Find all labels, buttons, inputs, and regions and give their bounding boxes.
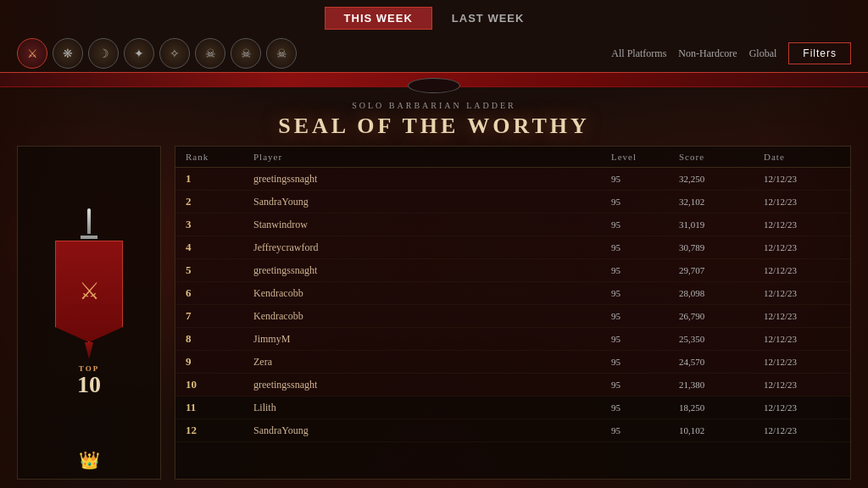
level-cell: 95 — [611, 357, 679, 367]
player-cell: Kendracobb — [253, 287, 611, 300]
tab-last-week[interactable]: LAST WEEK — [432, 7, 544, 30]
rank-cell: 1 — [186, 172, 253, 186]
table-row[interactable]: 9 Zera 95 24,570 12/12/23 — [175, 351, 850, 374]
player-cell: greetingssnaght — [253, 379, 611, 391]
sword-icon — [87, 208, 91, 234]
leaderboard-panel: Rank Player Level Score Date 1 greetings… — [175, 146, 851, 480]
filters-button[interactable]: Filters — [788, 42, 851, 64]
icons-row: ⚔ ❋ ☽ ✦ ✧ ☠ ☠ ☠ All Platforms Non-Hardco… — [0, 35, 868, 72]
scope-label: Global — [749, 47, 777, 60]
table-row[interactable]: 12 SandraYoung 95 10,102 12/12/23 — [175, 419, 850, 442]
top-number: 10 — [77, 373, 101, 396]
class-icon-rogue[interactable]: ✦ — [124, 38, 154, 69]
table-row[interactable]: 3 Stanwindrow 95 31,019 12/12/23 — [175, 214, 850, 236]
level-cell: 95 — [611, 219, 679, 230]
table-header: Rank Player Level Score Date — [175, 147, 850, 168]
platform-label: All Platforms — [611, 47, 666, 60]
date-cell: 12/12/23 — [764, 265, 840, 275]
crossguard-icon — [81, 236, 97, 239]
filter-area: All Platforms Non-Hardcore Global Filter… — [611, 42, 851, 64]
class-icon-necromancer[interactable]: ☽ — [88, 38, 119, 69]
player-cell: JimmyM — [253, 333, 611, 346]
banner-emblem: ⚔ — [79, 280, 100, 303]
header-date: Date — [764, 152, 840, 162]
table-row[interactable]: 10 greetingssnaght 95 21,380 12/12/23 — [175, 374, 850, 396]
date-cell: 12/12/23 — [764, 334, 840, 344]
score-cell: 21,380 — [679, 380, 764, 390]
level-cell: 95 — [611, 311, 679, 321]
banner-art: ⚔ TOP 10 — [55, 155, 123, 450]
level-cell: 95 — [611, 288, 679, 298]
player-cell: Zera — [253, 356, 611, 369]
class-icon-druid[interactable]: ❋ — [53, 38, 83, 69]
class-icon-skull1[interactable]: ☠ — [195, 38, 225, 69]
player-cell: greetingssnaght — [253, 264, 611, 277]
table-body[interactable]: 1 greetingssnaght 95 32,250 12/12/23 2 S… — [175, 168, 850, 479]
rank-cell: 12 — [186, 424, 253, 437]
score-cell: 29,707 — [679, 265, 764, 275]
crown-icon: 👑 — [79, 450, 100, 470]
date-cell: 12/12/23 — [764, 174, 840, 184]
score-cell: 32,102 — [679, 197, 764, 207]
trophy-panel: ⚔ TOP 10 👑 — [17, 146, 161, 480]
rank-cell: 3 — [186, 218, 253, 231]
score-cell: 24,570 — [679, 357, 764, 367]
tab-this-week[interactable]: THIS WEEK — [325, 7, 432, 30]
player-cell: Kendracobb — [253, 310, 611, 323]
date-cell: 12/12/23 — [764, 197, 840, 207]
table-row[interactable]: 5 greetingssnaght 95 29,707 12/12/23 — [175, 259, 850, 282]
player-cell: greetingssnaght — [253, 173, 611, 186]
class-icon-skull3[interactable]: ☠ — [266, 38, 297, 69]
table-row[interactable]: 11 Lilith 95 18,250 12/12/23 — [175, 396, 850, 419]
mode-label: Non-Hardcore — [678, 47, 737, 60]
tabs-row: THIS WEEK LAST WEEK — [0, 0, 868, 35]
header-rank: Rank — [186, 152, 253, 162]
score-cell: 18,250 — [679, 402, 764, 413]
table-row[interactable]: 8 JimmyM 95 25,350 12/12/23 — [175, 328, 850, 351]
player-cell: Jeffreycrawford — [253, 241, 611, 254]
ladder-title-area: Solo Barbarian Ladder SEAL OF THE WORTHY — [0, 87, 868, 146]
table-row[interactable]: 7 Kendracobb 95 26,790 12/12/23 — [175, 305, 850, 328]
table-row[interactable]: 4 Jeffreycrawford 95 30,789 12/12/23 — [175, 236, 850, 259]
table-row[interactable]: 2 SandraYoung 95 32,102 12/12/23 — [175, 191, 850, 214]
header-player: Player — [253, 152, 611, 162]
header-score: Score — [679, 152, 764, 162]
class-icon-barbarian[interactable]: ⚔ — [17, 38, 47, 69]
player-cell: SandraYoung — [253, 196, 611, 208]
score-cell: 28,098 — [679, 288, 764, 298]
date-cell: 12/12/23 — [764, 357, 840, 367]
header-level: Level — [611, 152, 679, 162]
level-cell: 95 — [611, 174, 679, 184]
score-cell: 10,102 — [679, 425, 764, 435]
score-cell: 30,789 — [679, 242, 764, 252]
content-area: ⚔ TOP 10 👑 Rank Player Level Score Date — [0, 146, 868, 488]
rank-cell: 2 — [186, 195, 253, 208]
level-cell: 95 — [611, 380, 679, 390]
player-cell: Lilith — [253, 402, 611, 414]
date-cell: 12/12/23 — [764, 219, 840, 230]
class-icon-sorcerer[interactable]: ✧ — [159, 38, 190, 69]
level-cell: 95 — [611, 402, 679, 413]
score-cell: 25,350 — [679, 334, 764, 344]
level-cell: 95 — [611, 242, 679, 252]
main-container: THIS WEEK LAST WEEK ⚔ ❋ ☽ ✦ ✧ ☠ ☠ ☠ All … — [0, 0, 868, 488]
date-cell: 12/12/23 — [764, 425, 840, 435]
rank-cell: 7 — [186, 309, 253, 323]
rank-cell: 8 — [186, 332, 253, 346]
date-cell: 12/12/23 — [764, 288, 840, 298]
date-cell: 12/12/23 — [764, 402, 840, 413]
rank-cell: 10 — [186, 378, 253, 391]
score-cell: 32,250 — [679, 174, 764, 184]
ladder-subtitle: Solo Barbarian Ladder — [0, 101, 868, 110]
class-icon-skull2[interactable]: ☠ — [231, 38, 261, 69]
table-row[interactable]: 6 Kendracobb 95 28,098 12/12/23 — [175, 282, 850, 305]
player-cell: SandraYoung — [253, 424, 611, 437]
ladder-title: SEAL OF THE WORTHY — [0, 114, 868, 139]
score-cell: 31,019 — [679, 219, 764, 230]
level-cell: 95 — [611, 197, 679, 207]
table-row[interactable]: 1 greetingssnaght 95 32,250 12/12/23 — [175, 168, 850, 191]
level-cell: 95 — [611, 334, 679, 344]
red-stripe — [0, 72, 868, 87]
date-cell: 12/12/23 — [764, 311, 840, 321]
rank-cell: 9 — [186, 355, 253, 369]
